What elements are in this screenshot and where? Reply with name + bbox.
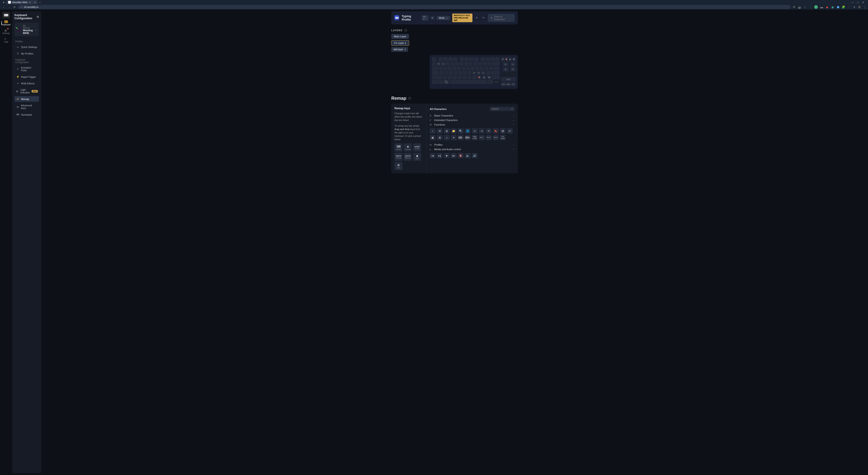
ext1-icon[interactable]: ▬	[820, 5, 823, 8]
preset-dvorak[interactable]: AOEUIDvorak	[413, 143, 421, 152]
media-prev[interactable]: ◂◂	[430, 153, 436, 158]
key[interactable]	[471, 66, 475, 70]
key[interactable]	[457, 66, 461, 70]
key[interactable]	[474, 57, 479, 61]
key-spacebar[interactable]	[451, 80, 487, 84]
search-input[interactable]: Search ✕	[490, 107, 515, 111]
key[interactable]	[460, 62, 464, 66]
chevron-down-icon[interactable]: ⌄	[35, 28, 37, 31]
ext3-icon[interactable]: ◉	[831, 5, 834, 8]
help-icon[interactable]: ?	[408, 97, 411, 100]
fn-forward[interactable]: ⇒	[479, 128, 485, 134]
fn-sleep[interactable]: z²	[507, 128, 513, 134]
sidebar-item-advanced[interactable]: ⊞ Advanced keys	[14, 103, 39, 111]
preset-workman[interactable]: ASHTGWorkman	[404, 153, 412, 161]
fn-fn3[interactable]: Fn 3	[493, 135, 499, 140]
fn-bright-up[interactable]: ☀	[451, 135, 457, 140]
key[interactable]	[442, 75, 447, 80]
copy-icon[interactable]: ⧉	[37, 15, 39, 18]
key[interactable]	[432, 62, 436, 66]
key[interactable]	[463, 71, 467, 75]
fn-power[interactable]: ⏻	[500, 128, 506, 134]
key[interactable]	[480, 66, 484, 70]
fn-fn2[interactable]: Fn 2	[486, 135, 492, 140]
key[interactable]	[432, 80, 438, 84]
key[interactable]	[448, 57, 453, 61]
key-a0[interactable]: A0	[436, 62, 440, 66]
key-play[interactable]: ▸‖	[510, 67, 516, 71]
key[interactable]	[488, 80, 493, 84]
key[interactable]	[495, 57, 500, 61]
device-card[interactable]: My devices Wooting 80HE ⌄	[14, 23, 39, 36]
fn-calc[interactable]: ⊞	[444, 128, 450, 134]
tab-dropdown-icon[interactable]: ▾	[2, 0, 5, 4]
key[interactable]	[444, 71, 448, 75]
rail-help[interactable]: ? Help	[3, 37, 9, 44]
fn-bright-down[interactable]: ☼	[444, 135, 450, 140]
ext4-icon[interactable]: ⬢	[836, 5, 839, 8]
media-voldown[interactable]: 🔉	[465, 153, 471, 158]
sidebar-item-gamepad[interactable]: 🎮 Gamepad	[14, 112, 39, 117]
key[interactable]	[432, 66, 438, 70]
redo-button[interactable]: ↷	[481, 16, 486, 21]
notif-badge[interactable]: 1	[858, 6, 861, 8]
key-a1[interactable]: A1	[441, 62, 445, 66]
key[interactable]	[448, 66, 452, 70]
key[interactable]	[492, 75, 500, 80]
key-stop[interactable]: ■	[503, 67, 508, 71]
rail-keyboard[interactable]: Keyboard	[3, 20, 9, 27]
layer-tab-fn1[interactable]: Fn Layer 1	[391, 40, 409, 46]
forward-icon[interactable]: →	[7, 5, 11, 9]
key[interactable]	[480, 57, 485, 61]
key[interactable]	[460, 57, 464, 61]
key[interactable]	[483, 62, 487, 66]
key[interactable]	[464, 62, 468, 66]
key[interactable]	[457, 75, 462, 80]
fn-web[interactable]: 🌐	[465, 128, 471, 134]
key[interactable]	[485, 66, 489, 70]
key[interactable]: 🔇	[505, 57, 508, 61]
category-extended[interactable]: # Extended Characters ⌄	[430, 118, 515, 122]
close-window-icon[interactable]: ✕	[862, 1, 864, 4]
key-mute[interactable]: 🔇	[477, 75, 482, 80]
menu-icon[interactable]: ⋮	[863, 5, 866, 8]
key[interactable]	[458, 71, 462, 75]
key[interactable]	[491, 57, 495, 61]
media-mute[interactable]: 🔇	[458, 153, 464, 158]
key[interactable]	[466, 66, 470, 70]
media-stop[interactable]: ■	[444, 153, 450, 158]
key-fn1[interactable]: Fn 1	[494, 80, 500, 84]
browser-tab[interactable]: Wootility Web ⊡ ✕	[6, 0, 38, 4]
profile-badge[interactable]: ⌨	[395, 15, 399, 21]
key-hom[interactable]: Hom	[501, 82, 506, 86]
media-volup[interactable]: 🔊	[472, 153, 477, 158]
site-info-icon[interactable]: ⊶	[20, 6, 23, 8]
fn-screen2[interactable]: ⊞	[437, 135, 442, 140]
preset-abc[interactable]: ⊞ABC	[395, 162, 403, 170]
eye-icon[interactable]: 👁	[793, 5, 796, 8]
key[interactable]	[462, 66, 466, 70]
brand-logo[interactable]: ⌨	[2, 12, 10, 18]
key[interactable]	[443, 66, 447, 70]
key[interactable]	[449, 71, 453, 75]
key[interactable]	[438, 66, 442, 70]
preset-function[interactable]: ◈Function	[404, 143, 412, 152]
category-profiles[interactable]: ⇄ Profiles ⌄	[430, 143, 515, 147]
back-icon[interactable]: ←	[2, 5, 5, 9]
key[interactable]	[472, 75, 477, 80]
preset-colemak[interactable]: ARSTDColemak	[395, 153, 403, 161]
sidebar-item-remap[interactable]: ⇄ Remap	[14, 96, 39, 102]
key[interactable]	[491, 71, 500, 75]
key[interactable]	[446, 62, 450, 66]
install-icon[interactable]: ⬓	[798, 5, 801, 8]
key[interactable]	[452, 66, 456, 70]
key-keylock[interactable]: Key Lock	[445, 80, 451, 84]
fn-fnlock[interactable]: Fn Lock	[500, 135, 506, 140]
fn-files[interactable]: 📁	[451, 128, 457, 134]
add-layer-button[interactable]: Add layer +	[391, 47, 408, 52]
minimize-icon[interactable]: —	[851, 1, 854, 4]
key[interactable]	[447, 75, 452, 80]
sidebar-item-my-profiles[interactable]: ☰ My Profiles	[14, 51, 39, 56]
key[interactable]: 🔉	[508, 57, 512, 61]
fn-search[interactable]: 🔍	[458, 128, 464, 134]
